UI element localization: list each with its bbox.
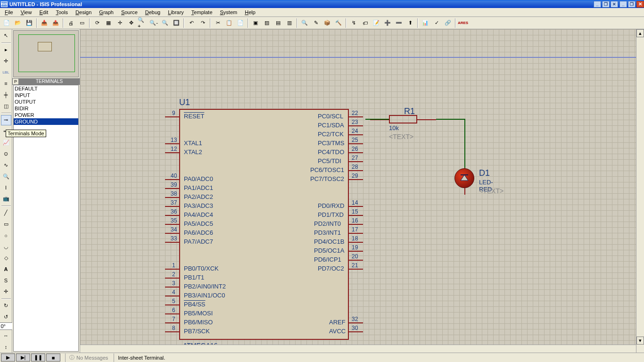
- menu-file[interactable]: File: [1, 8, 17, 16]
- terminal-item-bidir[interactable]: BIDIR: [14, 105, 78, 112]
- export-button[interactable]: 📤: [50, 18, 61, 28]
- copy-button[interactable]: 📋: [224, 18, 234, 28]
- terminals-mode-button[interactable]: ⊸: [1, 115, 11, 125]
- object-selector-list[interactable]: DEFAULTINPUTOUTPUTBIDIRPOWERGROUND: [13, 85, 79, 352]
- current-probe-mode-button[interactable]: I: [1, 182, 11, 193]
- restore-button[interactable]: ❐: [602, 1, 610, 8]
- marker-2d-button[interactable]: ✛: [1, 287, 11, 297]
- text-2d-button[interactable]: A: [1, 264, 11, 274]
- cut-button[interactable]: ✂: [213, 18, 223, 28]
- terminal-item-ground[interactable]: GROUND: [14, 118, 78, 125]
- path-2d-button[interactable]: ◇: [1, 253, 11, 263]
- play-button[interactable]: ▶: [1, 354, 15, 362]
- print-button[interactable]: 🖨: [66, 18, 76, 28]
- component-r1[interactable]: R1 10k <TEXT>: [389, 115, 417, 123]
- symbol-2d-button[interactable]: S: [1, 275, 11, 286]
- horizontal-scrollbar[interactable]: [80, 345, 636, 353]
- arc-2d-button[interactable]: ◡: [1, 241, 11, 252]
- make-device-button[interactable]: ✎: [311, 18, 321, 28]
- open-file-button[interactable]: 📂: [13, 18, 23, 28]
- ares-button[interactable]: ARES: [458, 18, 468, 28]
- vertical-scrollbar[interactable]: ▴ ▾: [636, 29, 644, 353]
- circle-2d-button[interactable]: ○: [1, 230, 11, 241]
- redo-button[interactable]: ↷: [198, 18, 208, 28]
- virtual-instrument-mode-button[interactable]: 📺: [1, 194, 11, 204]
- terminal-item-default[interactable]: DEFAULT: [14, 85, 78, 92]
- menu-library[interactable]: Library: [164, 8, 188, 16]
- decompose-button[interactable]: 🔨: [333, 18, 344, 28]
- undo-button[interactable]: ↶: [186, 18, 197, 28]
- generator-mode-button[interactable]: ∿: [1, 160, 11, 170]
- menu-edit[interactable]: Edit: [35, 8, 52, 16]
- close-button[interactable]: ✕: [611, 1, 618, 8]
- bus-mode-button[interactable]: ╪: [1, 90, 11, 100]
- block-copy-button[interactable]: ▣: [250, 18, 261, 28]
- status-messages[interactable]: ⓘ No Messages: [65, 354, 112, 362]
- overview-window[interactable]: [13, 30, 79, 77]
- pick-button[interactable]: 🔍: [299, 18, 310, 28]
- package-button[interactable]: 📦: [322, 18, 332, 28]
- mirror-v-button[interactable]: ↕: [1, 342, 11, 352]
- menu-system[interactable]: System: [216, 8, 241, 16]
- menu-help[interactable]: Help: [241, 8, 259, 16]
- text-script-mode-button[interactable]: ≡: [1, 78, 11, 89]
- voltage-probe-mode-button[interactable]: 🔍: [1, 171, 11, 181]
- step-button[interactable]: ▶|: [16, 354, 30, 362]
- erc-button[interactable]: ✓: [431, 18, 442, 28]
- rotate-ccw-button[interactable]: ↺: [1, 312, 11, 322]
- menu-template[interactable]: Template: [188, 8, 216, 16]
- new-sheet-button[interactable]: ➕: [382, 18, 393, 28]
- stop-button[interactable]: ■: [46, 354, 60, 362]
- mdi-restore-button[interactable]: ❐: [628, 1, 636, 8]
- terminal-item-input[interactable]: INPUT: [14, 92, 78, 99]
- mdi-minimize-button[interactable]: _: [619, 1, 627, 8]
- origin-button[interactable]: ✛: [115, 18, 125, 28]
- component-d1[interactable]: D1 LED-RED <TEXT>: [454, 168, 474, 188]
- graph-mode-button[interactable]: 📈: [1, 138, 11, 148]
- pick-parts-button[interactable]: P: [12, 78, 19, 85]
- menu-design[interactable]: Design: [72, 8, 95, 16]
- zoom-all-button[interactable]: 🔍: [160, 18, 170, 28]
- pan-button[interactable]: ✥: [126, 18, 136, 28]
- terminal-item-power[interactable]: POWER: [14, 112, 78, 118]
- block-delete-button[interactable]: ▥: [284, 18, 295, 28]
- delete-sheet-button[interactable]: ➖: [394, 18, 404, 28]
- mdi-close-button[interactable]: ✕: [636, 1, 644, 8]
- exit-sheet-button[interactable]: ⬆: [405, 18, 415, 28]
- block-rotate-button[interactable]: ▤: [273, 18, 283, 28]
- label-mode-button[interactable]: LBL: [1, 67, 11, 78]
- save-file-button[interactable]: 💾: [24, 18, 34, 28]
- zoom-area-button[interactable]: 🔲: [171, 18, 182, 28]
- menu-tools[interactable]: Tools: [52, 8, 72, 16]
- paste-button[interactable]: 📄: [235, 18, 246, 28]
- line-2d-button[interactable]: ╱: [1, 208, 11, 218]
- rotate-cw-button[interactable]: ↻: [1, 301, 11, 311]
- property-button[interactable]: 📝: [371, 18, 381, 28]
- terminal-item-output[interactable]: OUTPUT: [14, 99, 78, 105]
- menu-source[interactable]: Source: [117, 8, 141, 16]
- area-button[interactable]: ▭: [77, 18, 87, 28]
- zoom-in-button[interactable]: 🔍+: [137, 18, 148, 28]
- wire-autoroute-button[interactable]: ↯: [348, 18, 359, 28]
- refresh-button[interactable]: ⟳: [92, 18, 102, 28]
- bom-button[interactable]: 📊: [420, 18, 430, 28]
- box-2d-button[interactable]: ▭: [1, 219, 11, 230]
- junction-mode-button[interactable]: ✛: [1, 56, 11, 66]
- zoom-out-button[interactable]: 🔍-: [149, 18, 159, 28]
- tape-mode-button[interactable]: ⊙: [1, 149, 11, 159]
- component-mode-button[interactable]: ▸: [1, 45, 11, 55]
- menu-view[interactable]: View: [17, 8, 36, 16]
- minimize-button[interactable]: _: [594, 1, 601, 8]
- pause-button[interactable]: ❚❚: [31, 354, 45, 362]
- rotation-angle-input[interactable]: [0, 322, 13, 330]
- grid-button[interactable]: ▦: [103, 18, 114, 28]
- subcircuit-mode-button[interactable]: ◫: [1, 101, 11, 111]
- menu-debug[interactable]: Debug: [141, 8, 164, 16]
- search-tag-button[interactable]: 🏷: [360, 18, 370, 28]
- menu-graph[interactable]: Graph: [95, 8, 117, 16]
- import-button[interactable]: 📥: [39, 18, 50, 28]
- netlist-button[interactable]: 🔗: [443, 18, 453, 28]
- mirror-h-button[interactable]: ↔: [1, 330, 11, 341]
- new-file-button[interactable]: 📄: [1, 18, 12, 28]
- schematic-canvas[interactable]: U1 ATMEGA16 <TEXT> 9RESET13XTAL112XTAL24…: [80, 29, 644, 353]
